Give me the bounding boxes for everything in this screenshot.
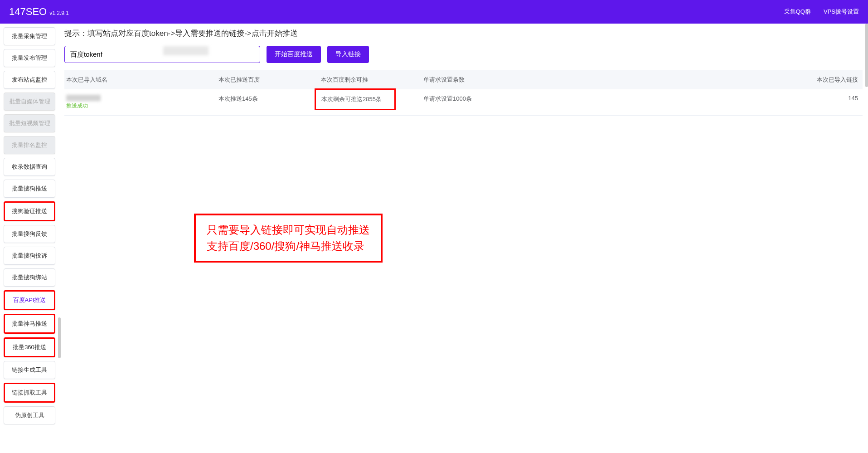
table-cell-per-request: 单请求设置1000条 <box>423 95 638 110</box>
table-cell-imported: 145 <box>638 95 863 110</box>
header-left: 147SEO v1.2.9.1 <box>9 6 69 18</box>
annotation-line-1: 只需要导入链接即可实现自动推送 <box>207 222 370 238</box>
sidebar-item-publish-monitor[interactable]: 发布站点监控 <box>4 71 55 89</box>
start-baidu-push-button[interactable]: 开始百度推送 <box>267 46 321 63</box>
sidebar-item-batch-publish[interactable]: 批量发布管理 <box>4 49 55 67</box>
main-content: 提示：填写站点对应百度token->导入需要推送的链接->点击开始推送 开始百度… <box>59 24 868 428</box>
push-success-text: 推送成功 <box>66 102 218 110</box>
sidebar-item-sogou-feedback[interactable]: 批量搜狗反馈 <box>4 225 55 243</box>
table-header-remaining: 本次百度剩余可推 <box>321 76 423 84</box>
sidebar-item-sogou-complaint[interactable]: 批量搜狗投诉 <box>4 247 55 265</box>
sidebar: 批量采集管理 批量发布管理 发布站点监控 批量自媒体管理 批量短视频管理 批量排… <box>0 24 59 428</box>
annotation-overlay: 只需要导入链接即可实现自动推送 支持百度/360/搜狗/神马推送收录 <box>194 214 383 263</box>
header-right: 采集QQ群 VPS拨号设置 <box>784 8 859 16</box>
table-cell-remaining: 本次剩余可推送2855条 <box>321 95 423 110</box>
page-scrollbar-thumb[interactable] <box>865 24 868 87</box>
import-links-button[interactable]: 导入链接 <box>327 46 369 63</box>
remaining-highlight-box: 本次剩余可推送2855条 <box>315 88 396 110</box>
sidebar-item-index-query[interactable]: 收录数据查询 <box>4 158 55 176</box>
baidu-token-input[interactable] <box>64 46 260 63</box>
page-scrollbar-track[interactable] <box>865 24 868 428</box>
table-cell-domain: 推送成功 <box>64 95 218 110</box>
sidebar-item-shenma-push[interactable]: 批量神马推送 <box>4 314 55 334</box>
sidebar-item-shortvideo: 批量短视频管理 <box>4 114 55 132</box>
qq-group-link[interactable]: 采集QQ群 <box>784 8 811 16</box>
sidebar-item-pseudo-original[interactable]: 伪原创工具 <box>4 406 55 424</box>
vps-settings-link[interactable]: VPS拨号设置 <box>824 8 859 16</box>
domain-blur-mask <box>66 95 101 101</box>
table-header-pushed: 本次已推送百度 <box>218 76 321 84</box>
table-cell-pushed: 本次推送145条 <box>218 95 321 110</box>
hint-text: 提示：填写站点对应百度token->导入需要推送的链接->点击开始推送 <box>64 28 863 39</box>
annotation-line-2: 支持百度/360/搜狗/神马推送收录 <box>207 238 370 254</box>
table-header-per-request: 单请求设置条数 <box>423 76 638 84</box>
sidebar-item-sogou-push[interactable]: 批量搜狗推送 <box>4 180 55 198</box>
input-row: 开始百度推送 导入链接 <box>64 46 863 63</box>
sidebar-item-360-push[interactable]: 批量360推送 <box>4 337 55 357</box>
sidebar-item-sogou-bind[interactable]: 批量搜狗绑站 <box>4 268 55 287</box>
table-row: 推送成功 本次推送145条 本次剩余可推送2855条 单请求设置1000条 14… <box>64 89 863 116</box>
push-table: 本次已导入域名 本次已推送百度 本次百度剩余可推 单请求设置条数 本次已导入链接… <box>64 70 863 116</box>
table-header-domain: 本次已导入域名 <box>64 76 218 84</box>
sidebar-item-batch-collect[interactable]: 批量采集管理 <box>4 27 55 45</box>
sidebar-item-selfmedia: 批量自媒体管理 <box>4 93 55 111</box>
app-header: 147SEO v1.2.9.1 采集QQ群 VPS拨号设置 <box>0 0 868 24</box>
sidebar-item-baidu-api-push[interactable]: 百度API推送 <box>4 290 55 310</box>
app-container: 批量采集管理 批量发布管理 发布站点监控 批量自媒体管理 批量短视频管理 批量排… <box>0 24 868 428</box>
table-header-imported: 本次已导入链接 <box>638 76 863 84</box>
table-header-row: 本次已导入域名 本次已推送百度 本次百度剩余可推 单请求设置条数 本次已导入链接 <box>64 70 863 89</box>
sidebar-item-link-generator[interactable]: 链接生成工具 <box>4 361 55 379</box>
sidebar-item-link-crawler[interactable]: 链接抓取工具 <box>4 383 55 403</box>
sidebar-item-rank-monitor: 批量排名监控 <box>4 136 55 154</box>
sidebar-item-sogou-verify-push[interactable]: 搜狗验证推送 <box>4 201 55 221</box>
app-version: v1.2.9.1 <box>49 10 69 16</box>
app-title: 147SEO <box>9 6 47 18</box>
